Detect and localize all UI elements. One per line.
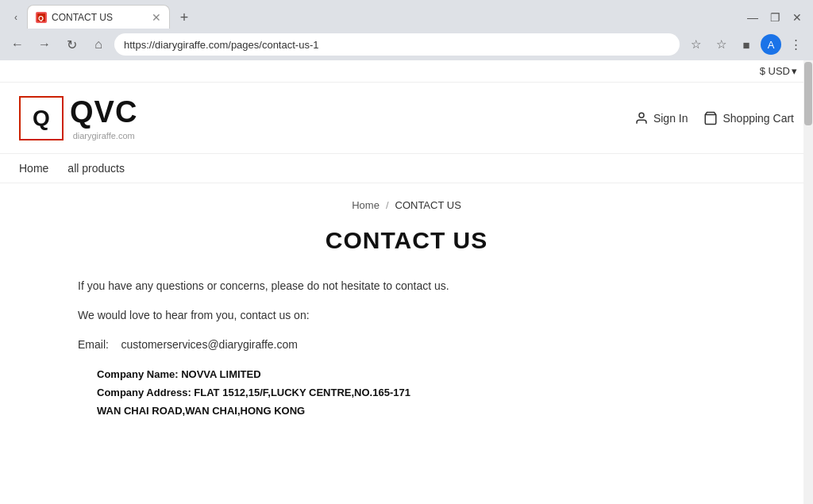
reload-button[interactable]: ↻ — [60, 33, 83, 56]
svg-point-2 — [639, 113, 644, 117]
star-button[interactable]: ☆ — [710, 33, 732, 56]
shopping-cart-button[interactable]: Shopping Cart — [703, 111, 794, 125]
sign-in-button[interactable]: Sign In — [634, 111, 688, 125]
restore-button[interactable]: ❐ — [764, 6, 786, 29]
logo-text-area: QVC diarygiraffe.com — [70, 95, 137, 140]
cart-icon — [703, 111, 718, 125]
logo-name: QVC — [70, 95, 137, 129]
currency-bar: $ USD ▾ — [0, 60, 813, 83]
breadcrumb-separator: / — [386, 199, 389, 211]
cart-label: Shopping Cart — [722, 112, 794, 125]
email-label: Email: — [78, 338, 109, 351]
logo-domain: diarygiraffe.com — [70, 131, 137, 140]
new-tab-button[interactable]: + — [173, 6, 195, 29]
company-address-line1: Company Address: FLAT 1512,15/F,LUCKY CE… — [97, 383, 735, 402]
contact-invitation: We would love to hear from you, contact … — [78, 306, 735, 325]
svg-text:Q: Q — [38, 14, 44, 21]
breadcrumb: Home / CONTACT US — [78, 199, 735, 211]
header-actions: Sign In Shopping Cart — [634, 111, 794, 125]
sign-in-label: Sign In — [653, 112, 688, 125]
minimize-button[interactable]: — — [742, 6, 764, 29]
currency-dropdown-icon: ▾ — [792, 65, 797, 77]
nav-all-products[interactable]: all products — [67, 162, 125, 175]
company-info: Company Name: NOVVA LIMITED Company Addr… — [78, 365, 735, 421]
breadcrumb-current: CONTACT US — [395, 199, 461, 211]
profile-avatar[interactable]: A — [761, 34, 781, 55]
company-name: Company Name: NOVVA LIMITED — [97, 365, 735, 383]
email-link[interactable]: customerservices@diarygiraffe.com — [121, 338, 297, 351]
user-icon — [634, 111, 649, 125]
contact-body: If you have any questions or concerns, p… — [78, 276, 735, 421]
site-header: Q QVC diarygiraffe.com Sign In Shopp — [0, 83, 813, 154]
menu-button[interactable]: ⋮ — [784, 33, 807, 56]
email-line: Email: customerservices@diarygiraffe.com — [78, 335, 735, 355]
home-button[interactable]: ⌂ — [87, 33, 110, 56]
logo-letter: Q — [33, 106, 50, 131]
page-content: $ USD ▾ Q QVC diarygiraffe.com Sign In — [0, 60, 813, 504]
tab-back-arrow[interactable]: ‹ — [5, 6, 27, 29]
logo-area[interactable]: Q QVC diarygiraffe.com — [19, 95, 137, 140]
back-button[interactable]: ← — [6, 33, 29, 56]
site-nav: Home all products — [0, 154, 813, 183]
currency-value: $ USD — [760, 65, 790, 77]
address-bar[interactable]: https://diarygiraffe.com/pages/contact-u… — [114, 33, 680, 56]
scrollbar[interactable] — [803, 60, 813, 504]
address-text: https://diarygiraffe.com/pages/contact-u… — [124, 39, 318, 51]
scrollbar-thumb[interactable] — [804, 62, 812, 125]
page-title: CONTACT US — [78, 227, 735, 254]
active-tab[interactable]: Q CONTACT US ✕ — [27, 5, 170, 29]
currency-selector[interactable]: $ USD ▾ — [760, 65, 797, 77]
company-address-line2: WAN CHAI ROAD,WAN CHAI,HONG KONG — [97, 402, 735, 420]
main-content: Home / CONTACT US CONTACT US If you have… — [49, 183, 764, 452]
extensions-button[interactable]: ■ — [735, 33, 757, 56]
breadcrumb-home[interactable]: Home — [352, 199, 380, 211]
tab-title: CONTACT US — [52, 12, 147, 23]
close-window-button[interactable]: ✕ — [786, 6, 808, 29]
tab-favicon: Q — [36, 12, 47, 23]
nav-home[interactable]: Home — [19, 162, 48, 175]
intro-paragraph: If you have any questions or concerns, p… — [78, 276, 735, 296]
forward-button[interactable]: → — [33, 33, 56, 56]
tab-close-button[interactable]: ✕ — [152, 12, 161, 23]
logo-box: Q — [19, 96, 64, 140]
bookmark-button[interactable]: ☆ — [684, 33, 707, 56]
